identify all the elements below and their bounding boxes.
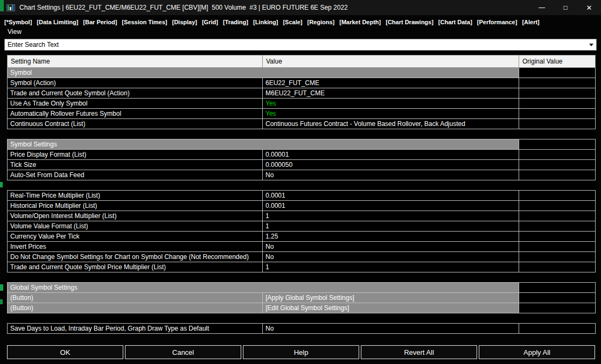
title-bar: Chart Settings | 6EU22_FUT_CME/M6EU22_FU… [0, 0, 601, 15]
window-controls: —□✕ [530, 0, 601, 15]
original-value-cell [519, 109, 596, 119]
setting-value-cell[interactable]: 0.0001 [263, 191, 519, 201]
setting-name-cell[interactable]: Trade and Current Quote Symbol Price Mul… [8, 262, 263, 272]
minimize-button[interactable]: — [530, 0, 554, 15]
setting-value-cell[interactable]: 1.25 [263, 232, 519, 242]
setting-name-cell[interactable]: Currency Value Per Tick [8, 232, 263, 242]
setting-name-cell[interactable]: Do Not Change Symbol Settings for Chart … [8, 252, 263, 262]
setting-name-cell[interactable]: Historical Price Multiplier (List) [8, 201, 263, 211]
original-value-cell [519, 324, 596, 334]
tab-linking[interactable]: [Linking] [253, 19, 278, 25]
underlying-chart-fragment [0, 299, 3, 304]
ok-button[interactable]: OK [7, 345, 123, 359]
setting-row: Tick Size0.000050 [8, 160, 596, 170]
cancel-button[interactable]: Cancel [125, 345, 241, 359]
tab-chart-data[interactable]: [Chart Data] [438, 19, 472, 25]
tab-regions[interactable]: [Regions] [307, 19, 334, 25]
setting-value-cell[interactable]: No [263, 242, 519, 252]
column-header-original-value: Original Value [519, 55, 596, 68]
setting-value-cell[interactable]: No [263, 252, 519, 262]
window-title: Chart Settings | 6EU22_FUT_CME/M6EU22_FU… [19, 4, 348, 11]
underlying-chart-fragment [0, 182, 3, 187]
setting-value-cell[interactable]: 1 [263, 221, 519, 232]
setting-row: Trade and Current Quote Symbol Price Mul… [8, 262, 596, 272]
tab-grid[interactable]: [Grid] [202, 19, 218, 25]
help-button[interactable]: Help [243, 345, 359, 359]
setting-name-cell[interactable]: Continuous Contract (List) [8, 119, 263, 129]
setting-row: Symbol (Action)6EU22_FUT_CME [8, 78, 596, 88]
underlying-chart-fragment [0, 0, 4, 11]
original-value-cell [519, 232, 596, 242]
table-header-row: Setting Name Value Original Value [8, 55, 596, 68]
setting-row: Currency Value Per Tick1.25 [8, 232, 596, 242]
tab-market-depth[interactable]: [Market Depth] [339, 19, 381, 25]
revert-all-button[interactable]: Revert All [361, 345, 477, 359]
setting-name-cell[interactable]: Use As Trade Only Symbol [8, 99, 263, 109]
tab-data-limiting[interactable]: [Data Limiting] [37, 19, 78, 25]
original-value-cell [519, 191, 596, 201]
search-input[interactable]: Enter Search Text [5, 41, 586, 48]
spacer-row [8, 180, 596, 191]
setting-name-cell[interactable]: Automatically Rollover Futures Symbol [8, 109, 263, 119]
section-row: Symbol Settings [8, 139, 596, 150]
tab-display[interactable]: [Display] [172, 19, 197, 25]
apply-all-button[interactable]: Apply All [479, 345, 595, 359]
setting-row: Use As Trade Only SymbolYes [8, 99, 596, 109]
setting-value-cell[interactable]: 0.0001 [263, 201, 519, 211]
original-value-cell [519, 303, 596, 313]
setting-value-cell[interactable]: 1 [263, 211, 519, 221]
setting-button-cell[interactable]: [Edit Global Symbol Settings] [263, 303, 519, 313]
setting-value-cell[interactable]: M6EU22_FUT_CME [263, 88, 519, 99]
original-value-cell [519, 119, 596, 129]
setting-name-cell[interactable]: Volume/Open Interest Multiplier (List) [8, 211, 263, 221]
spacer-cell [8, 129, 596, 139]
setting-name-cell[interactable]: Volume Value Format (List) [8, 221, 263, 232]
setting-name-cell[interactable]: Price Display Format (List) [8, 150, 263, 160]
tab-chart-drawings[interactable]: [Chart Drawings] [386, 19, 434, 25]
setting-value-cell[interactable]: 6EU22_FUT_CME [263, 78, 519, 88]
setting-name-cell[interactable]: Real-Time Price Multiplier (List) [8, 191, 263, 201]
spacer-cell [8, 272, 596, 283]
tab-symbol[interactable]: [*Symbol] [4, 19, 32, 25]
tab-bar-period[interactable]: [Bar Period] [83, 19, 117, 25]
setting-name-cell[interactable]: Symbol (Action) [8, 78, 263, 88]
setting-value-cell[interactable]: Yes [263, 99, 519, 109]
original-value-cell [519, 252, 596, 262]
spacer-row [8, 313, 596, 324]
setting-name-cell[interactable]: Save Days to Load, Intraday Bar Period, … [8, 324, 263, 334]
spacer-cell [8, 313, 596, 324]
tab-trading[interactable]: [Trading] [223, 19, 248, 25]
setting-button-cell[interactable]: [Apply Global Symbol Settings] [263, 293, 519, 303]
tab-performance[interactable]: [Performance] [477, 19, 518, 25]
setting-name-cell[interactable]: Tick Size [8, 160, 263, 170]
setting-value-cell[interactable]: Yes [263, 109, 519, 119]
setting-name-cell[interactable]: (Button) [8, 293, 263, 303]
view-menu[interactable]: View [8, 28, 22, 38]
section-label: Symbol [8, 68, 519, 78]
original-value-cell [519, 262, 596, 272]
setting-name-cell[interactable]: Auto-Set From Data Feed [8, 170, 263, 180]
setting-value-cell[interactable]: No [263, 324, 519, 334]
maximize-button[interactable]: □ [554, 0, 577, 15]
tab-session-times[interactable]: [Session Times] [122, 19, 167, 25]
setting-value-cell[interactable]: 0.00001 [263, 150, 519, 160]
setting-name-cell[interactable]: (Button) [8, 303, 263, 313]
setting-name-cell[interactable]: Invert Prices [8, 242, 263, 252]
setting-row: Volume/Open Interest Multiplier (List)1 [8, 211, 596, 221]
setting-value-cell[interactable]: 1 [263, 262, 519, 272]
setting-value-cell[interactable]: No [263, 170, 519, 180]
search-combobox[interactable]: Enter Search Text [4, 39, 597, 51]
search-dropdown-button[interactable] [586, 39, 596, 50]
tab-scale[interactable]: [Scale] [283, 19, 302, 25]
setting-name-cell[interactable]: Trade and Current Quote Symbol (Action) [8, 88, 263, 99]
setting-row: Do Not Change Symbol Settings for Chart … [8, 252, 596, 262]
setting-row: Invert PricesNo [8, 242, 596, 252]
section-row: Global Symbol Settings [8, 283, 596, 293]
close-button[interactable]: ✕ [577, 0, 601, 15]
setting-row: Save Days to Load, Intraday Bar Period, … [8, 324, 596, 334]
original-value-cell [519, 293, 596, 303]
setting-value-cell[interactable]: Continuous Futures Contract - Volume Bas… [263, 119, 519, 129]
section-label: Symbol Settings [8, 139, 519, 150]
setting-value-cell[interactable]: 0.000050 [263, 160, 519, 170]
tab-alert[interactable]: [Alert] [522, 19, 539, 25]
